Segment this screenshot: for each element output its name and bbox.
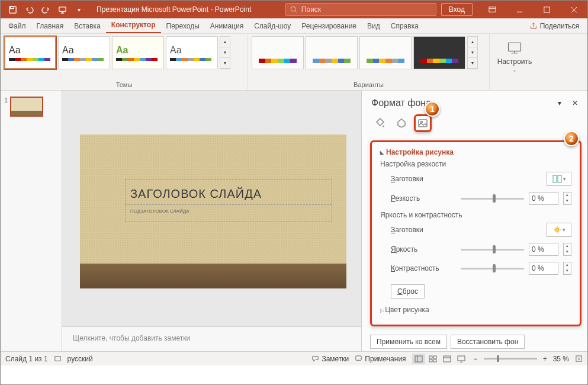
notes-placeholder[interactable]: Щелкните, чтобы добавить заметки bbox=[62, 326, 361, 351]
effects-tab-icon[interactable] bbox=[393, 114, 410, 132]
svg-rect-1 bbox=[10, 6, 14, 8]
brightness-presets-button[interactable]: ▾ bbox=[547, 223, 571, 237]
tab-transitions[interactable]: Переходы bbox=[161, 19, 205, 33]
ribbon-tabs: Файл Главная Вставка Конструктор Переход… bbox=[1, 18, 587, 34]
qat-more-icon[interactable]: ▾ bbox=[72, 2, 86, 17]
share-button[interactable]: Поделиться bbox=[523, 19, 585, 33]
restore-background-button[interactable]: Восстановить фон bbox=[451, 335, 525, 349]
apply-to-all-button[interactable]: Применить ко всем bbox=[370, 335, 447, 349]
svg-rect-12 bbox=[54, 357, 60, 361]
picture-settings-section: Настройка рисунка Настройка резкости Заг… bbox=[370, 140, 581, 326]
slide-canvas[interactable]: ЗАГОЛОВОК СЛАЙДА ПОДЗАГОЛОВОК СЛАЙДА bbox=[62, 91, 361, 326]
sharpness-slider[interactable] bbox=[461, 198, 524, 200]
contrast-slider[interactable] bbox=[461, 268, 524, 270]
tab-file[interactable]: Файл bbox=[3, 19, 31, 33]
slide-thumbnail[interactable] bbox=[10, 97, 43, 117]
tab-animations[interactable]: Анимация bbox=[205, 19, 249, 33]
sorter-view-icon[interactable] bbox=[426, 354, 439, 364]
contrast-value[interactable]: 0 % bbox=[529, 262, 558, 275]
signin-button[interactable]: Вход bbox=[441, 3, 473, 16]
svg-rect-10 bbox=[558, 175, 561, 182]
tab-review[interactable]: Рецензирование bbox=[296, 19, 362, 33]
search-input[interactable]: Поиск bbox=[285, 3, 436, 16]
comments-toggle[interactable]: Примечания bbox=[355, 355, 406, 363]
theme-thumb[interactable]: Aa bbox=[4, 36, 56, 69]
svg-rect-9 bbox=[553, 175, 557, 182]
group-label-variants: Варианты bbox=[252, 80, 486, 89]
spellcheck-icon[interactable] bbox=[54, 355, 62, 362]
notes-toggle[interactable]: Заметки bbox=[311, 355, 349, 363]
tab-home[interactable]: Главная bbox=[31, 19, 69, 33]
close-icon[interactable] bbox=[560, 1, 587, 18]
tab-design[interactable]: Конструктор bbox=[106, 18, 161, 33]
title-placeholder[interactable]: ЗАГОЛОВОК СЛАЙДА ПОДЗАГОЛОВОК СЛАЙДА bbox=[125, 179, 332, 222]
brightness-heading: Яркость и контрастность bbox=[380, 211, 571, 219]
reading-view-icon[interactable] bbox=[441, 354, 454, 364]
normal-view-icon[interactable] bbox=[412, 354, 425, 364]
contrast-spinner[interactable]: ▴▾ bbox=[563, 262, 571, 275]
fill-tab-icon[interactable] bbox=[371, 114, 389, 132]
configure-button[interactable]: Настроить ⌄ bbox=[493, 36, 536, 73]
variant-thumb[interactable] bbox=[252, 36, 304, 69]
slide-thumbnail-panel: 1 bbox=[1, 91, 62, 351]
tab-slideshow[interactable]: Слайд-шоу bbox=[249, 19, 296, 33]
ribbon-display-icon[interactable] bbox=[478, 1, 506, 18]
theme-gallery-expand[interactable]: ▴▾▾ bbox=[220, 36, 230, 69]
minimize-icon[interactable] bbox=[506, 1, 533, 18]
sharpness-value[interactable]: 0 % bbox=[529, 192, 558, 205]
zoom-slider[interactable] bbox=[484, 358, 537, 360]
slide[interactable]: ЗАГОЛОВОК СЛАЙДА ПОДЗАГОЛОВОК СЛАЙДА bbox=[80, 134, 346, 288]
svg-rect-19 bbox=[444, 356, 451, 362]
svg-rect-17 bbox=[429, 360, 432, 362]
undo-icon[interactable] bbox=[22, 2, 36, 17]
svg-point-11 bbox=[555, 228, 559, 232]
brightness-spinner[interactable]: ▴▾ bbox=[563, 243, 571, 256]
zoom-level[interactable]: 35 % bbox=[553, 355, 569, 363]
brightness-slider[interactable] bbox=[461, 249, 524, 251]
tab-insert[interactable]: Вставка bbox=[69, 19, 106, 33]
picture-tab-icon[interactable] bbox=[414, 114, 432, 132]
theme-thumb[interactable]: Aa bbox=[58, 36, 110, 69]
sharpness-label: Резкость bbox=[391, 194, 456, 203]
slide-editor: ЗАГОЛОВОК СЛАЙДА ПОДЗАГОЛОВОК СЛАЙДА Щел… bbox=[62, 91, 361, 351]
zoom-out-icon[interactable]: − bbox=[474, 355, 478, 363]
slide-subtitle-text: ПОДЗАГОЛОВОК СЛАЙДА bbox=[130, 208, 327, 214]
tab-view[interactable]: Вид bbox=[362, 19, 385, 33]
fit-to-window-icon[interactable] bbox=[575, 355, 583, 362]
svg-rect-2 bbox=[59, 7, 65, 11]
svg-rect-20 bbox=[458, 356, 465, 361]
variant-thumb[interactable] bbox=[359, 36, 412, 69]
brightness-value[interactable]: 0 % bbox=[529, 243, 558, 256]
slide-floor-graphic bbox=[80, 264, 346, 288]
section-picture-color[interactable]: Цвет рисунка bbox=[380, 306, 571, 314]
redo-icon[interactable] bbox=[38, 2, 53, 17]
theme-thumb[interactable]: Aa bbox=[112, 36, 164, 69]
tab-help[interactable]: Справка bbox=[385, 19, 424, 33]
ribbon: Aa Aa Aa Aa ▴▾▾ Темы ▴▾▾ Варианты Настро… bbox=[1, 34, 587, 91]
section-picture-corrections[interactable]: Настройка рисунка bbox=[380, 148, 571, 156]
variant-thumb[interactable] bbox=[413, 36, 465, 69]
pane-close-icon[interactable]: ✕ bbox=[572, 99, 578, 107]
contrast-label: Контрастность bbox=[391, 264, 456, 272]
search-placeholder: Поиск bbox=[301, 5, 321, 14]
theme-thumb[interactable]: Aa bbox=[166, 36, 218, 69]
zoom-in-icon[interactable]: + bbox=[543, 355, 547, 363]
slide-number: 1 bbox=[4, 97, 8, 117]
callout-1: 1 bbox=[425, 101, 440, 117]
pane-options-icon[interactable]: ▾ bbox=[558, 99, 561, 107]
slideshow-view-icon[interactable] bbox=[455, 354, 468, 364]
svg-rect-7 bbox=[419, 120, 427, 127]
sharpness-presets-button[interactable]: ▾ bbox=[547, 172, 571, 186]
variant-thumb[interactable] bbox=[306, 36, 358, 69]
presets-label-2: Заготовки bbox=[391, 226, 456, 234]
callout-2: 2 bbox=[564, 131, 579, 146]
sharpness-spinner[interactable]: ▴▾ bbox=[563, 192, 571, 205]
status-language[interactable]: русский bbox=[68, 355, 93, 363]
start-show-icon[interactable] bbox=[55, 2, 69, 17]
presets-label: Заготовки bbox=[391, 175, 456, 183]
save-icon[interactable] bbox=[5, 2, 20, 17]
maximize-icon[interactable] bbox=[533, 1, 560, 18]
variant-gallery-expand[interactable]: ▴▾▾ bbox=[467, 36, 478, 69]
reset-button[interactable]: Сброс bbox=[391, 284, 425, 299]
svg-rect-16 bbox=[433, 356, 436, 358]
